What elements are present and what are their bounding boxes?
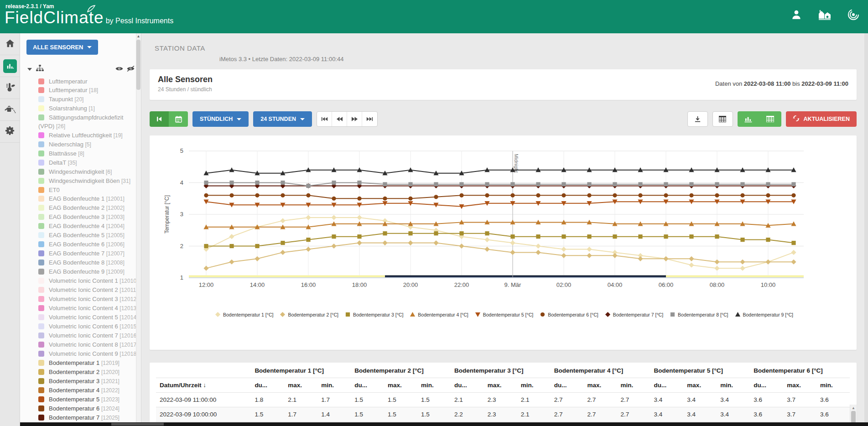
- sensor-id: [12007]: [106, 250, 125, 257]
- sensor-id: [12002]: [106, 205, 125, 211]
- scrollbar-thumb[interactable]: [136, 40, 140, 90]
- legend-item[interactable]: Bodentemperatur 9 [°C]: [735, 312, 793, 317]
- nav-station-data[interactable]: [0, 55, 20, 77]
- page-first-button[interactable]: [317, 112, 332, 126]
- legend-item[interactable]: Bodentemperatur 7 [°C]: [605, 312, 663, 317]
- sensor-item[interactable]: Blattnässe [8]: [38, 149, 138, 158]
- sensor-item[interactable]: EAG Bodenfeuchte 7 [12007]: [38, 249, 138, 258]
- jump-to-start-button[interactable]: [150, 111, 169, 127]
- sensor-id: [12024]: [101, 405, 120, 412]
- scroll-up-arrow[interactable]: ▲: [850, 406, 857, 410]
- sensor-item[interactable]: Volumetric Ionic Content 3 [12012]: [38, 295, 138, 304]
- scroll-up-arrow[interactable]: ▲: [136, 34, 140, 38]
- legend-item[interactable]: Bodentemperatur 1 [°C]: [215, 312, 273, 317]
- sensor-item[interactable]: Niederschlag [5]: [38, 140, 138, 149]
- svg-text:9. Mär: 9. Mär: [504, 281, 522, 288]
- sensor-item[interactable]: EAG Bodenfeuchte 2 [12002]: [38, 203, 138, 213]
- tree-collapse-caret[interactable]: [27, 68, 32, 71]
- sensor-item[interactable]: Bodentemperatur 1 [12019]: [38, 358, 138, 368]
- user-account-icon[interactable]: [790, 9, 802, 21]
- sensor-item[interactable]: Volumetric Ionic Content 4 [12013]: [38, 304, 138, 313]
- main-scrollbar[interactable]: [864, 33, 868, 426]
- page-forward-button[interactable]: [347, 112, 362, 126]
- sensor-item[interactable]: DeltaT [35]: [38, 158, 138, 167]
- nav-irrigation[interactable]: [0, 99, 20, 121]
- period-dropdown[interactable]: 24 STUNDEN: [253, 111, 312, 127]
- sensor-item[interactable]: Lufttemperatur: [38, 77, 138, 86]
- sensor-id: [12015]: [120, 323, 138, 330]
- leaf-icon: [86, 5, 96, 16]
- chart-toolbar: STÜNDLICH 24 STUNDEN: [150, 111, 857, 127]
- page-last-button[interactable]: [362, 112, 377, 126]
- sensor-item[interactable]: Volumetric Ionic Content 5 [12014]: [38, 313, 138, 322]
- refresh-button[interactable]: AKTUALISIEREN: [786, 111, 857, 127]
- sensor-item[interactable]: Volumetric Ionic Content 6 [12015]: [38, 322, 138, 331]
- legend-item[interactable]: Bodentemperatur 2 [°C]: [280, 312, 338, 317]
- sensor-item[interactable]: Lufttemperatur [18]: [38, 86, 138, 95]
- sensor-item[interactable]: EAG Bodenfeuchte 1 [12001]: [38, 194, 138, 203]
- sensor-item[interactable]: EAG Bodenfeuchte 5 [12005]: [38, 231, 138, 240]
- brand-logo[interactable]: FieldClimateby Pessl Instruments: [5, 8, 173, 27]
- sensor-item[interactable]: EAG Bodenfeuchte 4 [12004]: [38, 222, 138, 231]
- interval-dropdown[interactable]: STÜNDLICH: [192, 111, 249, 127]
- sensor-panel-scrollbar[interactable]: ▲: [136, 33, 141, 422]
- sensor-id: [6]: [106, 169, 112, 175]
- temperature-line-chart[interactable]: Midnight12345Temperatur [°C]12:0014:0016…: [156, 146, 852, 309]
- cell-value: 3.4: [650, 407, 683, 422]
- sensor-item[interactable]: Volumetric Ionic Content 8 [12017]: [38, 340, 138, 349]
- sensor-item[interactable]: Volumetric Ionic Content 7 [12016]: [38, 331, 138, 340]
- sensor-id: [1]: [88, 105, 94, 112]
- download-button[interactable]: [687, 111, 708, 127]
- legend-item[interactable]: Bodentemperatur 6 [°C]: [540, 312, 598, 317]
- calendar-button[interactable]: [169, 111, 188, 127]
- time-column-header[interactable]: Datum/Uhrzeit ↓: [156, 378, 251, 393]
- view-table-button[interactable]: [759, 111, 781, 127]
- nav-home[interactable]: [0, 33, 20, 55]
- page-back-button[interactable]: [332, 112, 347, 126]
- sensor-id: [12020]: [101, 369, 120, 375]
- sensor-item[interactable]: Volumetric Ionic Content 2 [12011]: [38, 286, 138, 295]
- nav-settings[interactable]: [0, 121, 20, 143]
- sensor-item[interactable]: Bodentemperatur 4 [12022]: [38, 386, 138, 395]
- sensor-item[interactable]: Bodentemperatur 2 [12020]: [38, 368, 138, 377]
- sensor-item[interactable]: Bodentemperatur 3 [12021]: [38, 377, 138, 386]
- farm-station-icon[interactable]: [818, 9, 832, 21]
- sensor-item[interactable]: Relative Luftfeuchtigkeit [19]: [38, 131, 138, 140]
- sensor-item[interactable]: Bodentemperatur 7 [12025]: [38, 413, 138, 422]
- nav-cropview[interactable]: [0, 77, 20, 99]
- legend-label: Bodentemperatur 6 [°C]: [548, 312, 598, 317]
- sensor-item[interactable]: Bodentemperatur 6 [12024]: [38, 404, 138, 413]
- sensor-item[interactable]: Sättigungsdampfdruckdefizit (VPD) [26]: [38, 113, 138, 131]
- cell-value: 2.7: [617, 393, 650, 407]
- sensor-item[interactable]: Bodentemperatur 5 [12023]: [38, 395, 138, 404]
- sensor-item[interactable]: EAG Bodenfeuchte 3 [12003]: [38, 213, 138, 222]
- broadcast-icon[interactable]: [847, 8, 860, 21]
- subcolumn-header: max.: [384, 378, 417, 393]
- sensor-item[interactable]: Volumetric Ionic Content 9 [12018]: [38, 349, 138, 358]
- export-table-button[interactable]: [712, 111, 733, 127]
- horizontal-scrollbar[interactable]: [20, 422, 868, 426]
- sensor-item[interactable]: Volumetric Ionic Content 1 [12010]: [38, 276, 138, 286]
- legend-item[interactable]: Bodentemperatur 3 [°C]: [345, 312, 403, 317]
- scrollbar-thumb[interactable]: [111, 423, 164, 426]
- sensor-item[interactable]: ET0: [38, 186, 138, 194]
- sensor-item[interactable]: Windgeschwindigkeit [6]: [38, 167, 138, 177]
- sensor-color-chip: [38, 396, 44, 402]
- view-chart-button[interactable]: [738, 111, 759, 127]
- sensor-color-chip: [38, 214, 44, 220]
- sensor-item[interactable]: Solarstrahlung [1]: [38, 104, 138, 113]
- legend-item[interactable]: Bodentemperatur 8 [°C]: [670, 312, 728, 317]
- sensor-item[interactable]: EAG Bodenfeuchte 8 [12008]: [38, 258, 138, 267]
- hide-all-eye-off-icon[interactable]: [127, 65, 135, 73]
- sensor-item[interactable]: Taupunkt [20]: [38, 95, 138, 104]
- sensor-item[interactable]: EAG Bodenfeuchte 9 [12009]: [38, 267, 138, 276]
- all-sensors-dropdown[interactable]: ALLE SENSOREN: [26, 40, 98, 55]
- legend-item[interactable]: Bodentemperatur 5 [°C]: [475, 312, 533, 317]
- sensor-item[interactable]: Windgeschwindigkeit Böen [31]: [38, 177, 138, 186]
- panel-header-card: Alle Sensoren 24 Stunden / stündlich Dat…: [150, 69, 857, 100]
- sensor-color-chip: [38, 78, 44, 84]
- sensor-color-chip: [38, 342, 44, 348]
- sensor-item[interactable]: EAG Bodenfeuchte 6 [12006]: [38, 240, 138, 249]
- show-all-eye-icon[interactable]: [115, 65, 123, 73]
- legend-item[interactable]: Bodentemperatur 4 [°C]: [410, 312, 468, 317]
